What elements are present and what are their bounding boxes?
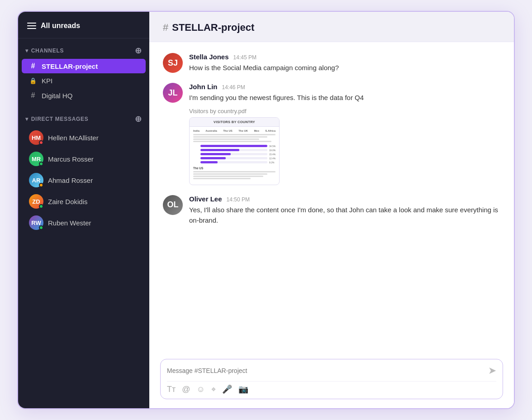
avatar-zaire: ZD bbox=[29, 194, 43, 209]
pdf-chart-title: VISITORS BY COUNTRY bbox=[190, 118, 279, 127]
msg-time-2: 14:46 PM bbox=[222, 84, 245, 91]
mic-icon[interactable]: 🎤 bbox=[222, 385, 232, 393]
all-unreads-label: All unreads bbox=[41, 22, 80, 30]
pdf-preview[interactable]: VISITORS BY COUNTRY IndiaAustraliaThe US… bbox=[189, 117, 280, 185]
channels-section-header: ▾ CHANNELS ⊕ bbox=[18, 47, 149, 58]
dm-item-zaire[interactable]: ZD Zaire Dokidis bbox=[22, 191, 146, 212]
msg-author-2: John Lin bbox=[189, 83, 218, 91]
dm-name-zaire: Zaire Dokidis bbox=[48, 198, 88, 205]
dm-label: DIRECT MESSAGES bbox=[31, 116, 89, 122]
channel-name-stellar: STELLAR-project bbox=[42, 62, 98, 70]
message-row-3: OL Oliver Lee 14:50 PM Yes, I'll also sh… bbox=[163, 195, 500, 226]
hash-icon-digital: # bbox=[29, 91, 37, 100]
msg-text-3: Yes, I'll also share the content once I'… bbox=[189, 205, 500, 226]
msg-body-1: Stella Jones 14:45 PM How is the Social … bbox=[189, 53, 500, 73]
main-content: # STELLAR-project SJ Stella Jones 14:45 … bbox=[149, 12, 514, 408]
channels-section: ▾ CHANNELS ⊕ # STELLAR-project 🔒 KPI # D… bbox=[18, 38, 149, 107]
sidebar-header: All unreads bbox=[18, 12, 149, 38]
avatar-ruben: RW bbox=[29, 215, 43, 230]
pdf-bar-4: 12.4% bbox=[193, 157, 276, 160]
dm-collapse[interactable]: ▾ DIRECT MESSAGES bbox=[25, 116, 89, 122]
add-dm-icon[interactable]: ⊕ bbox=[135, 115, 142, 123]
text-format-icon[interactable]: Tт bbox=[167, 385, 176, 393]
channel-name-kpi: KPI bbox=[42, 77, 52, 85]
app-container: All unreads ▾ CHANNELS ⊕ # STELLAR-proje… bbox=[17, 11, 515, 409]
avatar-oliver-msg: OL bbox=[163, 195, 183, 215]
message-input-box: ➤ Tт @ ☺ ⌖ 🎤 📷 bbox=[160, 359, 503, 399]
message-row-2: JL John Lin 14:46 PM I'm sending you the… bbox=[163, 83, 500, 185]
status-ahmad bbox=[39, 183, 43, 187]
channel-header: # STELLAR-project bbox=[149, 12, 514, 42]
message-input-row: ➤ bbox=[167, 365, 496, 377]
msg-author-1: Stella Jones bbox=[189, 53, 229, 61]
dm-chevron-icon: ▾ bbox=[25, 116, 28, 122]
hamburger-icon bbox=[27, 23, 36, 29]
msg-text-2: I'm sending you the newest figures. This… bbox=[189, 92, 500, 103]
dm-item-ruben[interactable]: RW Ruben Wester bbox=[22, 212, 146, 233]
hash-icon: # bbox=[29, 62, 37, 70]
message-input[interactable] bbox=[167, 367, 488, 374]
add-channel-icon[interactable]: ⊕ bbox=[135, 47, 142, 55]
msg-author-3: Oliver Lee bbox=[189, 195, 222, 203]
channel-name-digital: Digital HQ bbox=[42, 92, 72, 100]
pdf-text-block-2 bbox=[193, 171, 276, 179]
status-ruben bbox=[39, 225, 43, 230]
sidebar-item-kpi[interactable]: 🔒 KPI bbox=[22, 74, 146, 88]
pdf-filename: Visitors by country.pdf bbox=[189, 108, 500, 115]
dm-name-hellen: Hellen McAllister bbox=[48, 134, 99, 142]
emoji-icon[interactable]: ☺ bbox=[197, 385, 205, 393]
dm-section-header: ▾ DIRECT MESSAGES ⊕ bbox=[18, 115, 149, 127]
sidebar: All unreads ▾ CHANNELS ⊕ # STELLAR-proje… bbox=[18, 12, 149, 408]
msg-meta-1: Stella Jones 14:45 PM bbox=[189, 53, 500, 61]
channels-label: CHANNELS bbox=[31, 48, 64, 54]
messages-area: SJ Stella Jones 14:45 PM How is the Soci… bbox=[149, 42, 514, 352]
status-hellen bbox=[39, 140, 43, 145]
dm-name-ruben: Ruben Wester bbox=[48, 219, 91, 227]
pdf-columns: IndiaAustraliaThe USThe UKMexS.Africa bbox=[193, 129, 276, 132]
sidebar-item-digital[interactable]: # Digital HQ bbox=[22, 88, 146, 103]
attachment-icon[interactable]: ⌖ bbox=[211, 385, 216, 393]
channel-name-heading: STELLAR-project bbox=[172, 22, 254, 33]
status-marcus bbox=[39, 162, 43, 166]
input-toolbar: Tт @ ☺ ⌖ 🎤 📷 bbox=[167, 381, 496, 393]
channel-title: # STELLAR-project bbox=[163, 22, 500, 33]
message-row-1: SJ Stella Jones 14:45 PM How is the Soci… bbox=[163, 53, 500, 73]
pdf-text-block-1 bbox=[193, 134, 276, 142]
msg-meta-2: John Lin 14:46 PM bbox=[189, 83, 500, 91]
lock-icon: 🔒 bbox=[29, 77, 37, 84]
pdf-section-title: The US bbox=[193, 167, 276, 170]
pdf-bar-1: 34.5% bbox=[193, 145, 276, 148]
pdf-bar-5: 9.2% bbox=[193, 161, 276, 164]
pdf-bar-chart: 34.5% 19.0% bbox=[193, 145, 276, 164]
video-icon[interactable]: 📷 bbox=[238, 385, 248, 393]
pdf-attachment: Visitors by country.pdf VISITORS BY COUN… bbox=[189, 108, 500, 185]
dm-name-marcus: Marcus Rosser bbox=[48, 155, 94, 163]
dm-item-hellen[interactable]: HM Hellen McAllister bbox=[22, 127, 146, 148]
avatar-john-msg: JL bbox=[163, 83, 183, 103]
pdf-preview-body: IndiaAustraliaThe USThe UKMexS.Africa bbox=[190, 127, 279, 185]
msg-time-1: 14:45 PM bbox=[233, 54, 256, 61]
msg-text-1: How is the Social Media campaign coming … bbox=[189, 62, 500, 73]
status-zaire bbox=[39, 204, 43, 209]
avatar-ahmad: AR bbox=[29, 173, 43, 187]
sidebar-item-stellar[interactable]: # STELLAR-project bbox=[22, 59, 146, 73]
dm-item-marcus[interactable]: MR Marcus Rosser bbox=[22, 148, 146, 169]
dm-section: ▾ DIRECT MESSAGES ⊕ HM Hellen McAllister… bbox=[18, 107, 149, 237]
send-icon[interactable]: ➤ bbox=[488, 365, 496, 377]
avatar-marcus: MR bbox=[29, 152, 43, 166]
all-unreads-button[interactable]: All unreads bbox=[27, 22, 140, 30]
avatar-hellen: HM bbox=[29, 130, 43, 145]
at-icon[interactable]: @ bbox=[182, 385, 190, 393]
pdf-bar-3: 15.4% bbox=[193, 153, 276, 156]
dm-item-ahmad[interactable]: AR Ahmad Rosser bbox=[22, 170, 146, 191]
msg-meta-3: Oliver Lee 14:50 PM bbox=[189, 195, 500, 203]
avatar-stella-msg: SJ bbox=[163, 53, 183, 73]
pdf-bar-2: 19.0% bbox=[193, 149, 276, 152]
msg-body-3: Oliver Lee 14:50 PM Yes, I'll also share… bbox=[189, 195, 500, 226]
channel-hash: # bbox=[163, 22, 168, 33]
message-input-area: ➤ Tт @ ☺ ⌖ 🎤 📷 bbox=[149, 352, 514, 408]
dm-name-ahmad: Ahmad Rosser bbox=[48, 177, 93, 184]
channels-collapse[interactable]: ▾ CHANNELS bbox=[25, 48, 64, 54]
chevron-down-icon: ▾ bbox=[25, 48, 28, 54]
msg-time-3: 14:50 PM bbox=[227, 196, 250, 203]
